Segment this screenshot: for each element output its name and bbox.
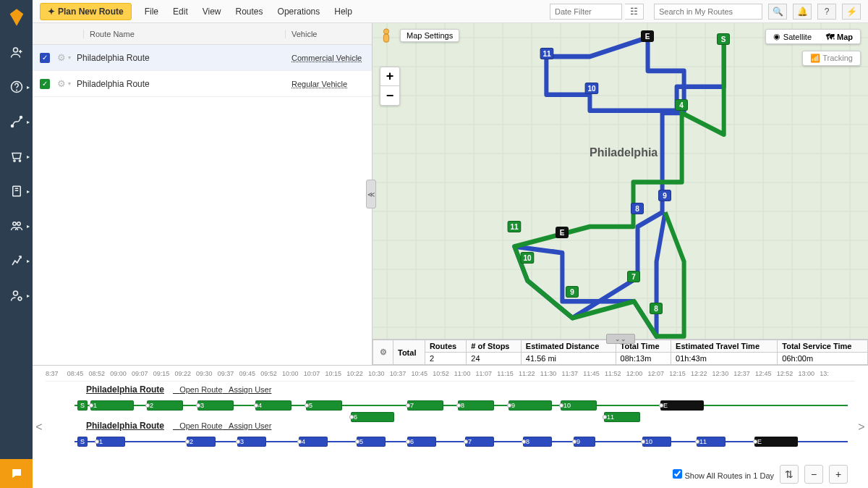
help-icon[interactable]: ? bbox=[817, 4, 836, 20]
chat-button[interactable] bbox=[0, 459, 33, 488]
date-filter-input[interactable] bbox=[550, 4, 622, 20]
timeline-sort-button[interactable]: ⇅ bbox=[780, 465, 799, 484]
search-icon[interactable]: 🔍 bbox=[768, 4, 787, 20]
timeline-tick: 11:15 bbox=[497, 370, 514, 377]
summary-value: 2 bbox=[425, 353, 466, 365]
nav-add-user-icon[interactable] bbox=[0, 42, 33, 62]
vehicle-link[interactable]: Commercial Vehicle bbox=[285, 54, 372, 62]
timeline-stop[interactable]: 1 bbox=[90, 400, 134, 411]
map-marker[interactable]: E bbox=[641, 30, 654, 42]
timeline-body: 8:3708:4508:5209:0009:0709:1509:2209:300… bbox=[46, 366, 855, 488]
timeline-stop[interactable]: 8 bbox=[458, 400, 494, 411]
timeline-stop[interactable]: 11 bbox=[604, 412, 640, 422]
svg-point-6 bbox=[19, 160, 20, 161]
calendar-icon[interactable]: ☷ bbox=[625, 4, 644, 20]
timeline-tick: 08:45 bbox=[67, 370, 84, 377]
menu-view[interactable]: View bbox=[203, 7, 221, 17]
nav-routes-icon[interactable] bbox=[0, 112, 33, 132]
timeline-stop[interactable]: 7 bbox=[407, 400, 443, 411]
nav-book-icon[interactable] bbox=[0, 181, 33, 201]
menu-routes[interactable]: Routes bbox=[236, 7, 263, 17]
route-checkbox[interactable]: ✓ bbox=[40, 53, 50, 63]
assign-user-link[interactable]: Assign User bbox=[229, 421, 271, 430]
search-input[interactable] bbox=[654, 4, 762, 20]
menu-help[interactable]: Help bbox=[334, 7, 352, 17]
map-marker[interactable]: 7 bbox=[627, 271, 640, 282]
chevron-down-icon[interactable]: ▾ bbox=[68, 80, 71, 87]
assign-user-link[interactable]: Assign User bbox=[229, 385, 271, 394]
timeline-stop[interactable]: 9 bbox=[509, 400, 552, 411]
plan-new-route-button[interactable]: ✦ Plan New Route bbox=[40, 3, 132, 20]
timeline-stop[interactable]: 1 bbox=[96, 437, 125, 447]
timeline-stop[interactable]: S bbox=[77, 437, 88, 447]
vehicle-link[interactable]: Regular Vehicle bbox=[285, 80, 372, 88]
route-row[interactable]: ✓ ⚙ ▾ Philadelphia Route Regular Vehicle bbox=[33, 71, 372, 97]
timeline-tick: 10:22 bbox=[346, 370, 363, 377]
nav-user-settings-icon[interactable] bbox=[0, 285, 33, 306]
timeline-zoom-out-button[interactable]: − bbox=[804, 465, 823, 484]
summary-drag-handle-icon[interactable]: ⌄⌄ bbox=[606, 334, 635, 344]
timeline-stop[interactable]: 2 bbox=[147, 400, 183, 411]
menu-edit[interactable]: Edit bbox=[173, 7, 188, 17]
timeline-stop[interactable]: 10 bbox=[561, 400, 597, 411]
timeline-prev-button[interactable]: < bbox=[33, 366, 46, 488]
map-marker[interactable]: 8 bbox=[650, 303, 663, 314]
timeline-stop[interactable]: 4 bbox=[299, 437, 328, 447]
timeline-stop[interactable]: 3 bbox=[237, 437, 266, 447]
header-vehicle: Vehicle bbox=[285, 30, 372, 38]
map-marker[interactable]: 4 bbox=[675, 99, 688, 111]
chevron-down-icon[interactable]: ▾ bbox=[68, 54, 71, 61]
map-marker[interactable]: 9 bbox=[566, 286, 579, 298]
menu-operations[interactable]: Operations bbox=[278, 7, 320, 17]
timeline-stop[interactable]: 6 bbox=[407, 437, 436, 447]
summary-header: # of Stops bbox=[467, 340, 522, 353]
gear-icon[interactable]: ⚙ bbox=[57, 52, 66, 63]
map-marker[interactable]: 11 bbox=[507, 221, 521, 232]
timeline-stop[interactable]: 7 bbox=[465, 437, 494, 447]
nav-cart-icon[interactable] bbox=[0, 146, 33, 167]
show-all-routes-checkbox[interactable]: Show All Routes in 1 Day bbox=[673, 469, 774, 480]
gear-icon[interactable]: ⚙ bbox=[57, 78, 66, 89]
timeline-stop[interactable]: E bbox=[660, 400, 704, 411]
timeline-stop[interactable]: E bbox=[754, 437, 798, 447]
timeline-route-label[interactable]: Philadelphia Route Open Route Assign Use… bbox=[86, 384, 855, 395]
timeline-stop[interactable]: 6 bbox=[351, 412, 394, 422]
timeline-stop[interactable]: 4 bbox=[255, 400, 292, 411]
route-row[interactable]: ✓ ⚙ ▾ Philadelphia Route Commercial Vehi… bbox=[33, 45, 372, 71]
map-marker[interactable]: E bbox=[556, 227, 569, 238]
timeline-stop[interactable]: 3 bbox=[197, 400, 234, 411]
bolt-icon[interactable]: ⚡ bbox=[842, 4, 861, 20]
nav-analytics-icon[interactable] bbox=[0, 251, 33, 271]
bell-icon[interactable]: 🔔 bbox=[793, 4, 812, 20]
timeline-next-button[interactable]: > bbox=[855, 366, 868, 488]
map-marker[interactable]: S bbox=[717, 33, 730, 45]
summary-value: 06h:00m bbox=[778, 353, 868, 365]
timeline-route-label[interactable]: Philadelphia Route Open Route Assign Use… bbox=[86, 421, 855, 431]
timeline-stop[interactable]: 10 bbox=[642, 437, 671, 447]
map-marker[interactable]: 10 bbox=[520, 252, 534, 264]
timeline-footer: Show All Routes in 1 Day ⇅ − + bbox=[673, 465, 848, 484]
timeline-stop[interactable]: S bbox=[77, 400, 88, 411]
timeline-stop[interactable]: 11 bbox=[697, 437, 726, 447]
timeline-tick: 09:15 bbox=[153, 370, 170, 377]
timeline-stop[interactable]: 2 bbox=[187, 437, 216, 447]
menu-file[interactable]: File bbox=[145, 7, 158, 17]
route-checkbox[interactable]: ✓ bbox=[40, 79, 50, 89]
map-marker[interactable]: 9 bbox=[658, 190, 671, 201]
timeline-stop[interactable]: 5 bbox=[357, 437, 386, 447]
map-marker[interactable]: 8 bbox=[631, 203, 644, 214]
nav-help-icon[interactable] bbox=[0, 77, 33, 97]
open-route-link[interactable]: Open Route bbox=[179, 385, 222, 394]
map-panel[interactable]: ≪ Map Settings + − ◉Satellite 🗺Map 📶 Tra… bbox=[373, 23, 868, 365]
nav-team-icon[interactable] bbox=[0, 216, 33, 236]
svg-point-0 bbox=[13, 48, 17, 52]
timeline-tick: 11:45 bbox=[583, 370, 600, 377]
timeline-stop[interactable]: 5 bbox=[306, 400, 342, 411]
map-marker[interactable]: 10 bbox=[584, 83, 598, 94]
timeline-stop[interactable]: 8 bbox=[523, 437, 552, 447]
open-route-link[interactable]: Open Route bbox=[179, 421, 222, 430]
timeline-stop[interactable]: 9 bbox=[574, 437, 595, 447]
summary-gear-icon[interactable]: ⚙ bbox=[373, 340, 393, 365]
map-marker[interactable]: 11 bbox=[540, 48, 553, 59]
timeline-zoom-in-button[interactable]: + bbox=[829, 465, 848, 484]
